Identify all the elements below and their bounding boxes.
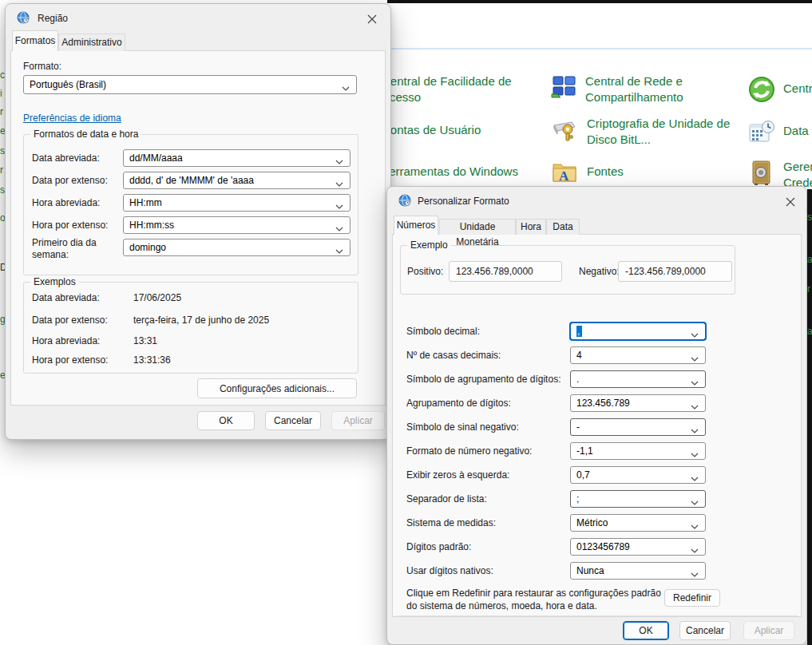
- field-label: Primeiro dia da semana:: [32, 237, 116, 261]
- tab-formatos[interactable]: Formatos: [12, 30, 58, 51]
- negative-sign-symbol-combobox[interactable]: -: [570, 418, 706, 436]
- customize-format-dialog: Personalizar Formato Números Unidade Mon…: [386, 186, 807, 645]
- dialog-title: Personalizar Formato: [418, 196, 509, 207]
- cp-item-label: Criptografia de Unidade de: [587, 116, 730, 132]
- decimal-places-combobox[interactable]: 4: [570, 346, 706, 364]
- close-button[interactable]: [360, 10, 384, 29]
- example-value: 13:31:36: [133, 354, 171, 366]
- combo-value: HH:mm: [129, 197, 162, 208]
- chevron-down-icon: [335, 156, 343, 167]
- field-label: Símbolo decimal:: [406, 326, 480, 337]
- group-title: Formatos de data e hora: [30, 129, 141, 140]
- chevron-down-icon: [335, 200, 343, 212]
- example-label: Data abreviada:: [32, 292, 100, 303]
- short-time-combobox[interactable]: HH:mm: [123, 194, 351, 212]
- reset-button[interactable]: Redefinir: [664, 589, 720, 607]
- example-group: Exemplo Positivo: 123.456.789,0000 Negat…: [400, 245, 735, 295]
- cp-item-bitlocker[interactable]: Criptografia de Unidade deDisco BitL...: [551, 116, 730, 148]
- cp-item-sync-center[interactable]: Centr: [747, 75, 812, 107]
- positive-example-box[interactable]: 123.456.789,0000: [449, 261, 562, 282]
- field-label: Data por extenso:: [32, 175, 108, 186]
- network-icon: [549, 73, 578, 105]
- group-title: Exemplos: [30, 276, 79, 287]
- tab-numeros[interactable]: Números: [394, 216, 438, 235]
- field-label: Exibir zeros à esquerda:: [406, 469, 509, 481]
- combo-value: 0123456789: [576, 541, 630, 552]
- cancel-button[interactable]: Cancelar: [679, 621, 731, 640]
- tab-hora[interactable]: Hora: [516, 219, 546, 235]
- group-title: Exemplo: [407, 239, 451, 251]
- measurement-system-combobox[interactable]: Métrico: [570, 514, 706, 532]
- clipped-text-fragment: a: [807, 326, 812, 337]
- combo-value: dddd, d' de 'MMMM' de 'aaaa: [129, 175, 254, 186]
- cp-item-label: Data: [783, 123, 809, 139]
- globe-icon: [398, 194, 411, 210]
- bitlocker-icon: [551, 116, 580, 148]
- chevron-down-icon: [691, 353, 699, 364]
- field-label: Sistema de medidas:: [406, 517, 496, 528]
- combo-value: 123.456.789: [576, 398, 630, 409]
- digit-grouping-symbol-combobox[interactable]: .: [570, 370, 706, 388]
- long-date-combobox[interactable]: dddd, d' de 'MMMM' de 'aaaa: [123, 172, 351, 189]
- chevron-down-icon: [691, 377, 699, 388]
- fonts-icon: A: [551, 158, 580, 190]
- close-icon: [367, 14, 377, 24]
- cp-item-user-accounts[interactable]: Contas de Usuário: [382, 122, 481, 138]
- close-button[interactable]: [778, 192, 802, 212]
- combo-value: 4: [576, 350, 582, 361]
- screen: c i r e s r s o D g e Central de Facilid…: [0, 0, 812, 645]
- cp-item-network-sharing-center[interactable]: Central de Rede eCompartilhamento: [549, 73, 683, 105]
- example-label: Hora abreviada:: [32, 335, 100, 346]
- cancel-button[interactable]: Cancelar: [265, 411, 321, 430]
- format-combobox[interactable]: Português (Brasil): [23, 75, 357, 94]
- digit-grouping-combobox[interactable]: 123.456.789: [570, 394, 706, 412]
- cp-item-label: Contas de Usuário: [382, 122, 481, 138]
- example-value: terça-feira, 17 de junho de 2025: [133, 315, 269, 326]
- additional-settings-button[interactable]: Configurações adicionais...: [197, 378, 357, 398]
- field-label: Símbolo de agrupamento de dígitos:: [406, 374, 560, 385]
- first-day-combobox[interactable]: domingo: [123, 239, 351, 256]
- dialog-title: Região: [38, 13, 68, 24]
- cp-item-date-time[interactable]: Data: [747, 117, 809, 149]
- tab-administrativo[interactable]: Administrativo: [58, 34, 125, 51]
- cp-item-label: Central de Facilidade de: [382, 73, 512, 89]
- tab-unidade-monetaria[interactable]: Unidade Monetária: [439, 219, 516, 235]
- short-date-combobox[interactable]: dd/MM/aaaa: [123, 149, 351, 167]
- chevron-down-icon: [691, 568, 699, 580]
- decimal-symbol-combobox[interactable]: ,: [570, 322, 706, 340]
- negative-number-format-combobox[interactable]: -1,1: [570, 442, 706, 460]
- field-label: Formato de número negativo:: [406, 445, 532, 457]
- negative-label: Negativo:: [579, 266, 620, 277]
- example-value: 13:31: [133, 335, 157, 346]
- long-time-combobox[interactable]: HH:mm:ss: [123, 216, 351, 234]
- negative-example-box[interactable]: -123.456.789,0000: [618, 261, 732, 282]
- native-digits-combobox[interactable]: Nunca: [570, 562, 706, 580]
- chevron-down-icon: [691, 544, 699, 556]
- cp-item-ease-of-access[interactable]: Central de Facilidade deAcesso: [382, 73, 512, 105]
- ok-button[interactable]: OK: [197, 411, 255, 430]
- field-label: Usar dígitos nativos:: [406, 565, 493, 576]
- combo-value-selected: ,: [576, 326, 582, 337]
- cp-item-label: Ferramentas do Windows: [382, 164, 518, 180]
- chevron-down-icon: [342, 82, 350, 93]
- cp-item-fonts[interactable]: A Fontes: [551, 158, 624, 190]
- language-preferences-link[interactable]: Preferências de idioma: [23, 113, 121, 124]
- combo-value: dd/MM/aaaa: [129, 152, 183, 164]
- cp-item-label: Central de Rede e: [585, 73, 683, 89]
- standard-digits-combobox[interactable]: 0123456789: [570, 538, 706, 556]
- ok-button[interactable]: OK: [623, 621, 669, 640]
- combo-value: -1,1: [576, 445, 593, 457]
- field-label: Dígitos padrão:: [406, 541, 471, 552]
- cp-item-label: Fontes: [587, 164, 624, 180]
- examples-group: Exemplos Data abreviada: 17/06/2025 Data…: [23, 282, 358, 374]
- tab-data[interactable]: Data: [546, 219, 580, 235]
- list-separator-combobox[interactable]: ;: [570, 490, 706, 508]
- field-label: Agrupamento de dígitos:: [406, 398, 511, 409]
- cp-item-windows-tools[interactable]: Ferramentas do Windows: [382, 164, 518, 180]
- leading-zeros-combobox[interactable]: 0,7: [570, 466, 706, 484]
- chevron-down-icon: [691, 497, 699, 508]
- chevron-down-icon: [335, 223, 343, 234]
- footer-separator: [395, 615, 798, 616]
- cp-item-label: Disco BitL...: [587, 132, 730, 148]
- combo-value: Métrico: [576, 517, 608, 528]
